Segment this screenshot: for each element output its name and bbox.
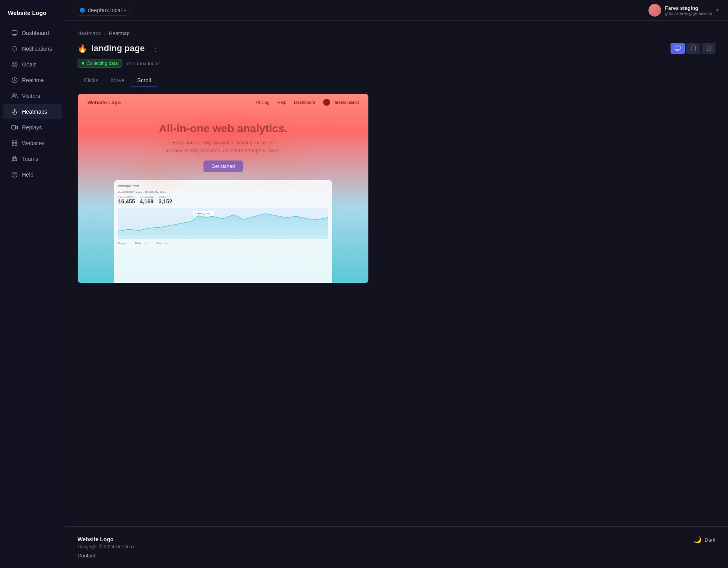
fire-icon [11, 108, 18, 115]
status-row: Collecting data deepbux.local/ [78, 59, 715, 68]
content-area: Heatmaps › Heatmap 🔥 landing page ⋮ [65, 21, 728, 526]
sim-stat-sessions: SESSIONS 4,169 [140, 195, 154, 205]
users-icon [11, 92, 18, 100]
svg-rect-0 [12, 31, 17, 34]
footer-copyright: Copyright © 2024 Deepbux. [78, 544, 136, 550]
user-menu[interactable]: Fares staging gdourafares@gmail.com ▾ [649, 4, 719, 17]
status-text: Collecting data [87, 61, 118, 66]
sidebar-item-heatmaps[interactable]: Heatmaps [3, 104, 62, 119]
sim-stats: PAGEVIEWS 16,455 SESSIONS 4,169 VISITORS… [118, 195, 328, 205]
site-name: deepbux.local [88, 7, 122, 13]
sim-hero-sub: Easy and friendly analytics. Track your … [166, 139, 281, 154]
sidebar-nav: Dashboard Notifications Goals Realtime V [0, 26, 65, 182]
sidebar-item-label: Teams [22, 156, 38, 162]
sim-stat-pageviews: PAGEVIEWS 16,455 [118, 195, 135, 205]
svg-marker-8 [16, 126, 18, 129]
dark-mode-label: Dark [705, 537, 715, 543]
sim-dashboard: example.com 20 December, 2020 - 19 Janua… [114, 180, 332, 283]
footer-contact-link[interactable]: Contact [78, 553, 136, 559]
tab-clicks[interactable]: Clicks [78, 74, 105, 87]
sidebar-item-dashboard[interactable]: Dashboard [3, 26, 62, 41]
device-desktop-button[interactable] [671, 43, 685, 54]
sidebar-item-label: Notifications [22, 46, 52, 52]
chevron-down-icon: ▾ [124, 8, 126, 13]
sidebar-item-label: Help [22, 172, 33, 178]
sidebar-item-visitors[interactable]: Visitors [3, 89, 62, 103]
svg-rect-13 [12, 144, 14, 146]
target-icon [11, 61, 18, 68]
svg-point-14 [12, 157, 13, 159]
sidebar-item-label: Realtime [22, 77, 44, 83]
sim-nav-links: Pricing Help Dashboard [256, 100, 315, 105]
avatar [649, 4, 661, 17]
sidebar-item-help[interactable]: Help [3, 167, 62, 182]
heatmap-preview: Website Logo Pricing Help Dashboard fare… [78, 94, 369, 283]
sim-nav: Website Logo Pricing Help Dashboard fare… [78, 94, 368, 111]
user-info: Fares staging gdourafares@gmail.com [665, 5, 712, 16]
tab-scroll[interactable]: Scroll [131, 74, 157, 87]
sim-nav-help: Help [277, 100, 286, 105]
device-selector [671, 43, 715, 54]
sidebar-item-teams[interactable]: Teams [3, 151, 62, 166]
sim-date-range: 20 December, 2020 - 19 January, 2021 [118, 190, 328, 193]
team-icon [11, 155, 18, 162]
svg-point-4 [13, 63, 16, 66]
simulated-page: Website Logo Pricing Help Dashboard fare… [78, 94, 368, 283]
sidebar-item-label: Dashboard [22, 30, 49, 36]
page-header: 🔥 landing page ⋮ [78, 42, 715, 54]
sim-referrers: Referrers [135, 242, 148, 245]
sim-nav-username: fareslocaledit [333, 100, 359, 105]
sidebar-item-realtime[interactable]: Realtime [3, 73, 62, 88]
breadcrumb-parent[interactable]: Heatmaps [78, 30, 101, 36]
tab-move[interactable]: Move [105, 74, 131, 87]
video-icon [11, 124, 18, 131]
sidebar-item-label: Visitors [22, 93, 40, 99]
sidebar: Website Logo Dashboard Notifications Goa… [0, 0, 65, 568]
svg-rect-11 [15, 141, 17, 143]
sidebar-item-replays[interactable]: Replays [3, 120, 62, 135]
sidebar-item-notifications[interactable]: Notifications [3, 41, 62, 56]
sim-nav-dashboard: Dashboard [294, 100, 315, 105]
dark-mode-toggle[interactable]: 🌙 Dark [694, 536, 715, 544]
user-chevron-icon: ▾ [716, 7, 719, 13]
footer: Website Logo Copyright © 2024 Deepbux. C… [65, 526, 728, 568]
sim-nav-pricing: Pricing [256, 100, 270, 105]
sidebar-item-websites[interactable]: Websites [3, 136, 62, 151]
site-selector[interactable]: 🔵 deepbux.local ▾ [74, 5, 131, 16]
sim-chart: 5 January, 2021 [118, 208, 328, 239]
device-mobile-button[interactable] [702, 43, 715, 54]
sim-countries: Countries [156, 242, 169, 245]
svg-point-7 [13, 94, 15, 96]
device-tablet-button[interactable] [686, 43, 700, 54]
svg-rect-10 [12, 141, 14, 143]
monitor-icon [11, 30, 18, 37]
clock-icon [11, 77, 18, 84]
heatmap-frame: Website Logo Pricing Help Dashboard fare… [78, 94, 368, 283]
sidebar-item-goals[interactable]: Goals [3, 57, 62, 72]
status-badge: Collecting data [78, 59, 122, 68]
page-fire-icon: 🔥 [78, 44, 87, 53]
status-dot [82, 62, 84, 65]
svg-rect-18 [675, 46, 680, 50]
svg-text:5 January, 2021: 5 January, 2021 [195, 212, 210, 215]
main-area: 🔵 deepbux.local ▾ Fares staging gdourafa… [65, 0, 728, 568]
more-options-button[interactable]: ⋮ [149, 42, 162, 54]
svg-point-5 [14, 64, 15, 65]
sim-footer-sections: Pages Referrers Countries [118, 242, 328, 245]
breadcrumb-current: Heatmap [109, 30, 130, 36]
moon-icon: 🌙 [694, 536, 702, 544]
sim-hero-title: All-in-one web analytics. [159, 122, 288, 135]
sidebar-item-label: Heatmaps [22, 109, 47, 115]
topbar: 🔵 deepbux.local ▾ Fares staging gdourafa… [65, 0, 728, 21]
svg-rect-12 [15, 144, 17, 146]
grid-icon [11, 140, 18, 147]
svg-rect-9 [12, 125, 16, 129]
svg-point-15 [16, 157, 17, 159]
svg-rect-21 [691, 46, 696, 51]
sidebar-item-label: Goals [22, 61, 37, 68]
sim-hero: All-in-one web analytics. Easy and frien… [78, 111, 368, 180]
sim-pages: Pages [118, 242, 127, 245]
user-name: Fares staging [665, 5, 712, 11]
page-url: deepbux.local/ [127, 61, 160, 66]
sim-logo: Website Logo [87, 100, 121, 105]
